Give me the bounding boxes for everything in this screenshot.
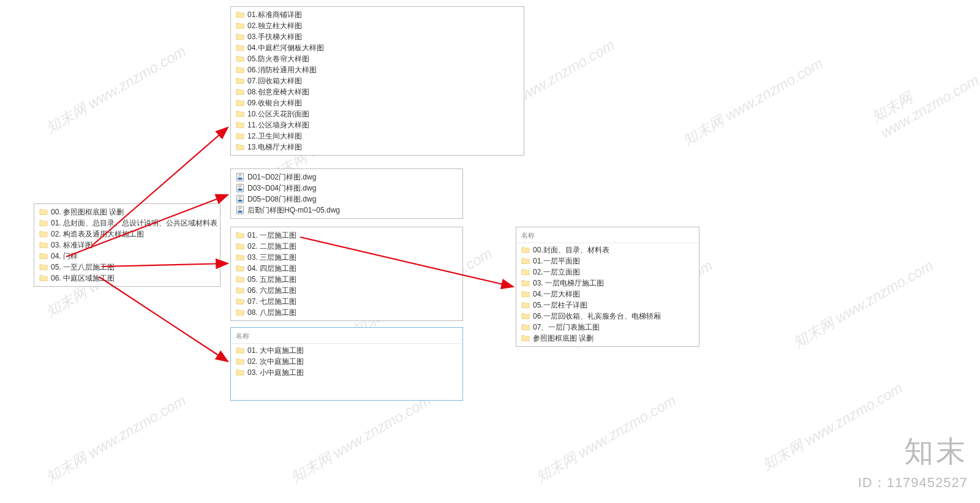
- item-label: 04. 门样: [51, 251, 78, 261]
- item-label: 02. 二层施工图: [247, 241, 296, 251]
- folder-icon: [236, 242, 244, 251]
- folder-icon: [39, 252, 48, 260]
- item-label: 06. 中庭区域施工图: [51, 273, 115, 283]
- list-item[interactable]: 13.电梯厅大样图: [231, 142, 524, 153]
- list-item[interactable]: 02.一层立面图: [516, 267, 699, 278]
- list-item[interactable]: 00.封面、目录、材料表: [516, 244, 699, 255]
- item-label: D03~D04门样图.dwg: [247, 183, 316, 193]
- list-item[interactable]: 00. 参照图框底图 误删: [34, 206, 220, 217]
- list-item[interactable]: 02. 次中庭施工图: [231, 356, 462, 367]
- item-label: 03. 小中庭施工图: [247, 368, 304, 377]
- watermark: 知末网 www.znzmo.com: [287, 390, 434, 486]
- list-item[interactable]: 04.中庭栏河侧板大样图: [231, 42, 524, 53]
- list-item[interactable]: 01. 总封面、总目录、总设计说明、公共区域材料表: [34, 217, 220, 229]
- folder-icon: [39, 241, 48, 249]
- column-header-name[interactable]: 名称: [516, 230, 699, 243]
- list-item[interactable]: 03. 三层施工图: [231, 252, 462, 263]
- folder-icon: [236, 286, 244, 295]
- list-item[interactable]: 05.一层柱子详图: [516, 300, 699, 311]
- item-label: 00.封面、目录、材料表: [533, 245, 609, 255]
- list-item[interactable]: 12.卫生间大样图: [231, 130, 524, 142]
- folder-icon: [236, 253, 244, 262]
- list-item[interactable]: 02.独立柱大样图: [231, 20, 524, 31]
- folder-icon: [521, 323, 530, 331]
- item-label: 09.收银台大样图: [247, 98, 302, 108]
- item-label: 10.公区天花剖面图: [247, 109, 309, 119]
- item-label: 后勤门样图HQ-m01~05.dwg: [247, 205, 340, 215]
- item-label: 06.消防栓通用大样图: [247, 65, 317, 75]
- list-item[interactable]: 01. 一层施工图: [231, 230, 462, 241]
- folder-icon: [236, 32, 244, 41]
- list-item[interactable]: D03~D04门样图.dwg: [231, 183, 462, 194]
- folder-icon: [236, 308, 244, 317]
- watermark: 知末网 www.znzmo.com: [42, 41, 189, 137]
- svg-rect-7: [238, 211, 243, 213]
- list-item[interactable]: 04.一层大样图: [516, 289, 699, 300]
- list-item[interactable]: 06.一层回收箱、礼宾服务台、电梯轿厢: [516, 311, 699, 322]
- list-item[interactable]: 03.手扶梯大样图: [231, 31, 524, 42]
- list-item[interactable]: 03. 一层电梯厅施工图: [516, 278, 699, 289]
- folder-icon: [39, 263, 48, 271]
- item-label: 03. 标准详图: [51, 240, 92, 250]
- folder-icon: [521, 246, 530, 254]
- svg-rect-1: [238, 178, 243, 180]
- list-item[interactable]: 参照图框底图 误删: [516, 333, 699, 344]
- list-item[interactable]: 06.消防栓通用大样图: [231, 64, 524, 75]
- arrow-atrium: [99, 277, 228, 361]
- list-item[interactable]: 10.公区天花剖面图: [231, 108, 524, 119]
- list-item[interactable]: 01.标准商铺详图: [231, 9, 524, 20]
- folder-icon: [521, 268, 530, 276]
- folder-icon: [236, 99, 244, 107]
- list-item[interactable]: 04. 门样: [34, 251, 220, 262]
- list-item[interactable]: 05. 一至八层施工图: [34, 262, 220, 273]
- watermark: 知末网 www.znzmo.com: [532, 390, 679, 486]
- list-item[interactable]: 01.一层平面图: [516, 255, 699, 267]
- folder-icon: [236, 66, 244, 74]
- list-item[interactable]: 08. 八层施工图: [231, 307, 462, 318]
- panel-dwg: D01~D02门样图.dwg D03~D04门样图.dwg D05~D08门样图…: [230, 168, 463, 219]
- dwg-file-icon: [236, 184, 244, 192]
- panel-floor1: 名称 00.封面、目录、材料表 01.一层平面图 02.一层立面图 03. 一层…: [516, 227, 699, 347]
- list-item[interactable]: 后勤门样图HQ-m01~05.dwg: [231, 205, 462, 216]
- list-item[interactable]: 09.收银台大样图: [231, 97, 524, 108]
- list-item[interactable]: 07. 七层施工图: [231, 296, 462, 307]
- panel-atrium: 名称 01. 大中庭施工图 02. 次中庭施工图 03. 小中庭施工图: [230, 327, 463, 401]
- item-label: 05.一层柱子详图: [533, 300, 587, 310]
- watermark: 知末网 www.znzmo.com: [42, 390, 189, 486]
- item-label: 02.独立柱大样图: [247, 21, 302, 31]
- folder-icon: [521, 279, 530, 287]
- list-item[interactable]: 02. 二层施工图: [231, 241, 462, 252]
- list-item[interactable]: 06. 中庭区域施工图: [34, 273, 220, 284]
- list-item[interactable]: 11.公区墙身大样图: [231, 119, 524, 130]
- folder-icon: [521, 257, 530, 265]
- item-label: 01. 一层施工图: [247, 230, 296, 240]
- item-label: 13.电梯厅大样图: [247, 142, 302, 152]
- list-item[interactable]: 06. 六层施工图: [231, 285, 462, 296]
- svg-rect-5: [238, 200, 243, 202]
- list-item[interactable]: 05.防火卷帘大样图: [231, 53, 524, 64]
- folder-icon: [236, 77, 244, 85]
- panel-floors: 01. 一层施工图 02. 二层施工图 03. 三层施工图 04. 四层施工图 …: [230, 227, 463, 321]
- folder-icon: [236, 132, 244, 140]
- item-label: 01. 总封面、总目录、总设计说明、公共区域材料表: [51, 218, 217, 228]
- list-item[interactable]: 04. 四层施工图: [231, 263, 462, 274]
- folder-icon: [39, 274, 48, 282]
- list-item[interactable]: 03. 标准详图: [34, 240, 220, 251]
- folder-icon: [39, 219, 48, 227]
- list-item[interactable]: 05. 五层施工图: [231, 274, 462, 285]
- brand-text: 知末: [858, 432, 968, 471]
- list-item[interactable]: 07、一层门表施工图: [516, 322, 699, 333]
- list-item[interactable]: 02. 构造表及通用大样施工图: [34, 229, 220, 240]
- folder-icon: [39, 208, 48, 216]
- list-item[interactable]: D01~D02门样图.dwg: [231, 172, 462, 183]
- list-item[interactable]: 08.创意座椅大样图: [231, 86, 524, 97]
- list-item[interactable]: D05~D08门样图.dwg: [231, 194, 462, 205]
- folder-icon: [521, 301, 530, 309]
- list-item[interactable]: 03. 小中庭施工图: [231, 367, 462, 378]
- folder-icon: [521, 290, 530, 298]
- column-header-name[interactable]: 名称: [231, 330, 462, 344]
- list-item[interactable]: 01. 大中庭施工图: [231, 345, 462, 356]
- item-label: 01.一层平面图: [533, 256, 580, 266]
- item-label: 03. 三层施工图: [247, 252, 296, 262]
- list-item[interactable]: 07.回收箱大样图: [231, 75, 524, 86]
